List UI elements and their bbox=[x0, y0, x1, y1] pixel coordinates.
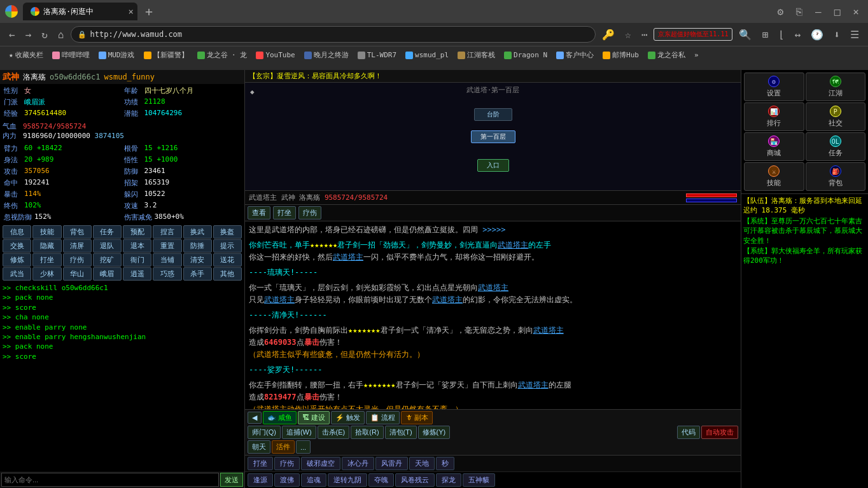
tab-trigger[interactable]: ⚡ 触发 bbox=[331, 411, 365, 424]
back-btn[interactable]: ← bbox=[5, 27, 19, 42]
bookmark-youtube[interactable]: YouTube bbox=[252, 50, 298, 60]
view-btn[interactable]: 查看 bbox=[248, 206, 270, 220]
url-bar[interactable]: 🔒 http://www.wamud.com bbox=[71, 26, 596, 43]
translate-icon[interactable]: ⌊ bbox=[774, 27, 788, 42]
minimize-btn[interactable]: — bbox=[811, 4, 825, 19]
reload-btn[interactable]: ↻ bbox=[38, 27, 52, 42]
menu-icon[interactable]: ☰ bbox=[846, 27, 863, 42]
trade-btn[interactable]: 交换 bbox=[3, 239, 31, 253]
task-btn[interactable]: 任务 bbox=[93, 225, 122, 239]
skill-poxu[interactable]: 破邪虚空 bbox=[301, 457, 340, 470]
download-icon[interactable]: ⬇ bbox=[830, 27, 844, 42]
bookmark-dragon[interactable]: 龙之谷 · 龙 bbox=[193, 49, 251, 61]
settings-icon[interactable]: ⚙ bbox=[773, 4, 787, 19]
home-btn[interactable]: ⌂ bbox=[54, 27, 68, 42]
nav-back-btn[interactable]: ◀ bbox=[248, 412, 262, 424]
bookmark-tl[interactable]: TL-WDR7 bbox=[354, 50, 400, 60]
tab-build[interactable]: 🏗 建设 bbox=[298, 411, 330, 424]
history-icon[interactable]: 🕐 bbox=[807, 27, 827, 42]
shaolin-btn[interactable]: 少林 bbox=[32, 267, 61, 281]
bookmark-mud[interactable]: MUD游戏 bbox=[95, 49, 139, 61]
quit-team-btn[interactable]: 退队 bbox=[93, 239, 122, 253]
parry-btn[interactable]: 防捶 bbox=[183, 239, 212, 253]
auto-attack-btn[interactable]: 自动攻击 bbox=[701, 426, 738, 439]
skill-tanlong[interactable]: 探龙 bbox=[436, 473, 461, 487]
tab-instance[interactable]: 🗡 副本 bbox=[401, 411, 433, 424]
close-btn[interactable]: × bbox=[849, 4, 863, 19]
map-entrance[interactable]: 入口 bbox=[477, 159, 509, 172]
skill-fengjuan[interactable]: 风卷残云 bbox=[395, 473, 435, 487]
pickup-btn[interactable]: 拾取(R) bbox=[351, 426, 383, 439]
search-icon[interactable]: 🔍 bbox=[735, 27, 755, 42]
hint-btn[interactable]: 提示 bbox=[213, 239, 242, 253]
quick-social[interactable]: P 社交 bbox=[806, 102, 866, 131]
bookmark-bilibili[interactable]: 哔哩哔哩 bbox=[48, 49, 94, 61]
emei-btn[interactable]: 峨眉 bbox=[93, 267, 122, 281]
new-tab-btn[interactable]: + bbox=[140, 3, 158, 20]
cmd-input[interactable] bbox=[1, 473, 219, 487]
skill-heal[interactable]: 疗伤 bbox=[274, 457, 300, 470]
tab-xianyu[interactable]: 🐟 咸鱼 bbox=[263, 411, 297, 424]
maximize-btn[interactable]: □ bbox=[830, 4, 844, 19]
quick-skills[interactable]: ⚔ 技能 bbox=[744, 162, 804, 191]
forward-btn[interactable]: → bbox=[22, 27, 36, 42]
sit-combat-btn[interactable]: 打坐 bbox=[273, 206, 296, 220]
bookmark-dragon3[interactable]: 龙之谷私 bbox=[644, 49, 689, 61]
bookmark-wsmud[interactable]: wsmud_pl bbox=[402, 50, 452, 60]
quick-task[interactable]: OL 任务 bbox=[806, 132, 866, 161]
bookmark-favorites[interactable]: ★ 收藏夹栏 bbox=[5, 49, 47, 61]
sit-btn[interactable]: 打坐 bbox=[32, 253, 61, 267]
activity-btn[interactable]: 活件 bbox=[272, 440, 295, 454]
bookmark-more[interactable]: » bbox=[690, 50, 703, 60]
skill-duopo[interactable]: 夺魄 bbox=[368, 473, 394, 487]
map-platform[interactable]: 台阶 bbox=[474, 108, 512, 121]
skill-nizhuan[interactable]: 逆转九阴 bbox=[328, 473, 367, 487]
more-btn[interactable]: ⋯ bbox=[638, 27, 652, 42]
bookmark-client[interactable]: 客户中心 bbox=[552, 49, 598, 61]
bookmark-jianghu[interactable]: 江湖客栈 bbox=[454, 49, 499, 61]
skill-fengyuan[interactable]: 逢源 bbox=[248, 473, 273, 487]
bookmark-wanyue[interactable]: 晚月之终游 bbox=[300, 49, 353, 61]
clear-bag-btn[interactable]: 清包(T) bbox=[385, 426, 417, 439]
reset-btn[interactable]: 重置 bbox=[153, 239, 181, 253]
office-btn[interactable]: 衙门 bbox=[123, 253, 151, 267]
key-icon[interactable]: 🔑 bbox=[598, 27, 619, 42]
skill-wushenmo[interactable]: 五神貘 bbox=[463, 473, 495, 487]
quick-bag[interactable]: 🎒 背包 bbox=[806, 162, 866, 191]
cultivate2-btn[interactable]: 修炼(Y) bbox=[418, 426, 451, 439]
skill-miao[interactable]: 秒 bbox=[436, 457, 454, 470]
clear-btn[interactable]: 清屏 bbox=[63, 239, 92, 253]
bookmark-dragon2[interactable]: Dragon N bbox=[500, 50, 551, 60]
quick-jianghu[interactable]: 🗺 江湖 bbox=[806, 73, 866, 101]
skill-bingxin[interactable]: 冰心丹 bbox=[342, 457, 374, 470]
cultivate-btn[interactable]: 修炼 bbox=[3, 253, 31, 267]
more-quick-btn[interactable]: ... bbox=[296, 440, 311, 454]
heal-combat-btn[interactable]: 疗伤 bbox=[298, 206, 321, 220]
extensions-icon[interactable]: ⊞ bbox=[758, 27, 772, 42]
tab-flow[interactable]: 📋 流程 bbox=[366, 411, 400, 424]
quick-shop[interactable]: 🏪 商城 bbox=[744, 132, 804, 161]
bookmark-news[interactable]: 【新疆警】 bbox=[140, 49, 192, 61]
cmd-send-btn[interactable]: 发送 bbox=[220, 473, 243, 487]
tab-close-btn[interactable]: × bbox=[129, 6, 134, 17]
skill-dufo[interactable]: 渡佛 bbox=[274, 473, 300, 487]
killer-btn[interactable]: 杀手 bbox=[183, 267, 212, 281]
speak-btn[interactable]: 捏言 bbox=[153, 225, 181, 239]
pawn-btn[interactable]: 当铺 bbox=[153, 253, 181, 267]
skills-btn[interactable]: 技能 bbox=[32, 225, 61, 239]
bag-btn[interactable]: 背包 bbox=[63, 225, 92, 239]
xiaoyao-btn[interactable]: 逍遥 bbox=[123, 267, 151, 281]
sync-icon[interactable]: ↔ bbox=[791, 27, 805, 42]
quit-instance-btn[interactable]: 退本 bbox=[123, 239, 151, 253]
hide-btn[interactable]: 隐藏 bbox=[32, 239, 61, 253]
faction-gate-btn[interactable]: 师门(Q) bbox=[248, 426, 281, 439]
active-tab[interactable]: 洛离殇·闲逛中 × bbox=[23, 3, 137, 20]
skill-sit[interactable]: 打坐 bbox=[248, 457, 273, 470]
skill-tiandi[interactable]: 天地 bbox=[409, 457, 435, 470]
switch-weapon-btn[interactable]: 换武 bbox=[183, 225, 212, 239]
bookmark-star-icon[interactable]: ☆ bbox=[621, 27, 635, 42]
peace-btn[interactable]: 清安 bbox=[183, 253, 212, 267]
flower-btn[interactable]: 送花 bbox=[213, 253, 242, 267]
quick-settings[interactable]: ⚙ 设置 bbox=[744, 73, 804, 101]
chase-btn[interactable]: 追捕(W) bbox=[282, 426, 316, 439]
